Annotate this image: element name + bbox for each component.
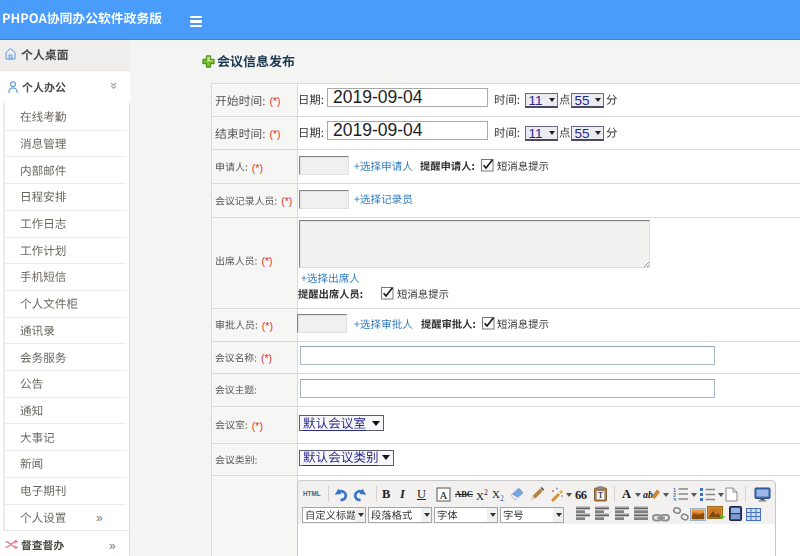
svg-text:T: T bbox=[597, 491, 602, 500]
svg-text:3: 3 bbox=[673, 497, 676, 502]
svg-text:ab: ab bbox=[643, 489, 653, 500]
svg-text:A: A bbox=[439, 488, 447, 500]
